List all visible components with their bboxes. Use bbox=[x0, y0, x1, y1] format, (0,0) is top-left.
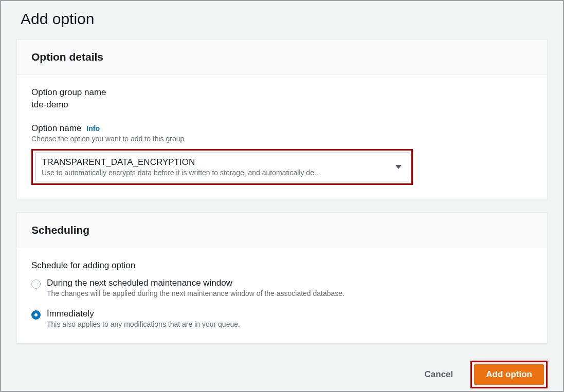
scheduling-panel: Scheduling Schedule for adding option Du… bbox=[16, 212, 548, 343]
schedule-option-maintenance[interactable]: During the next scheduled maintenance wi… bbox=[31, 278, 533, 297]
option-name-select-description: Use to automatically encrypts data befor… bbox=[42, 169, 388, 177]
schedule-field-label: Schedule for adding option bbox=[31, 260, 533, 271]
add-option-highlight: Add option bbox=[470, 361, 548, 388]
group-name-value: tde-demo bbox=[31, 100, 533, 110]
option-name-select-highlight: TRANSPARENT_DATA_ENCRYPTION Use to autom… bbox=[31, 149, 413, 185]
scheduling-header: Scheduling bbox=[17, 213, 547, 248]
page-title: Add option bbox=[16, 1, 548, 39]
option-details-panel: Option details Option group name tde-dem… bbox=[16, 39, 548, 200]
option-details-header: Option details bbox=[17, 40, 547, 75]
footer-actions: Cancel Add option bbox=[16, 356, 548, 388]
radio-icon[interactable] bbox=[31, 279, 41, 289]
radio-description: This also applies to any modifications t… bbox=[47, 320, 240, 328]
group-name-label: Option group name bbox=[31, 87, 533, 98]
radio-label: Immediately bbox=[47, 309, 240, 319]
scheduling-title: Scheduling bbox=[31, 224, 533, 236]
add-option-button[interactable]: Add option bbox=[474, 364, 544, 385]
option-name-select-value: TRANSPARENT_DATA_ENCRYPTION bbox=[42, 157, 388, 167]
option-details-title: Option details bbox=[31, 51, 533, 63]
radio-icon-selected[interactable] bbox=[31, 310, 41, 320]
radio-description: The changes will be applied during the n… bbox=[47, 289, 344, 297]
caret-down-icon bbox=[395, 165, 402, 169]
schedule-option-immediately[interactable]: Immediately This also applies to any mod… bbox=[31, 309, 533, 328]
radio-label: During the next scheduled maintenance wi… bbox=[47, 278, 344, 288]
schedule-radio-group: During the next scheduled maintenance wi… bbox=[31, 278, 533, 328]
cancel-button[interactable]: Cancel bbox=[422, 364, 457, 385]
option-name-select[interactable]: TRANSPARENT_DATA_ENCRYPTION Use to autom… bbox=[35, 153, 409, 181]
svg-marker-0 bbox=[395, 165, 402, 169]
option-name-label: Option name bbox=[31, 123, 81, 134]
option-details-body: Option group name tde-demo Option name I… bbox=[17, 75, 547, 199]
scheduling-body: Schedule for adding option During the ne… bbox=[17, 248, 547, 343]
info-link[interactable]: Info bbox=[86, 124, 100, 133]
option-name-description: Choose the option you want to add to thi… bbox=[31, 135, 533, 143]
